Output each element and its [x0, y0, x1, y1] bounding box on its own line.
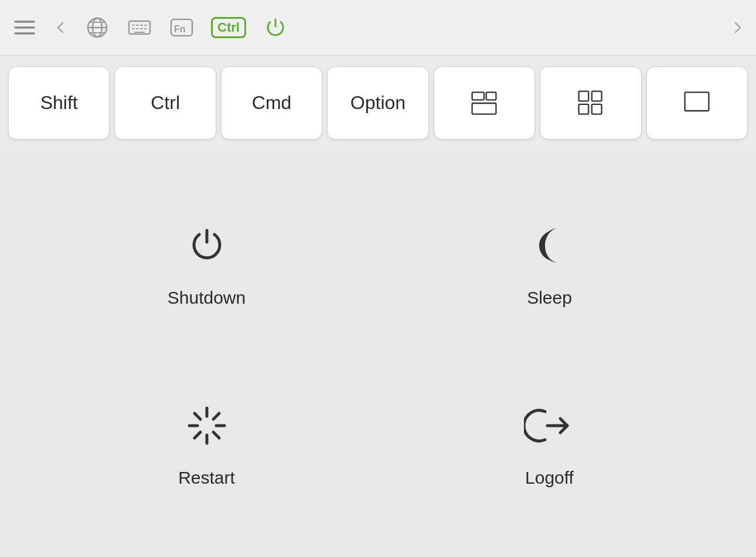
svg-line-32 [195, 413, 200, 419]
svg-rect-22 [486, 92, 496, 100]
shutdown-label: Shutdown [168, 288, 246, 308]
ctrl-label: Ctrl [211, 17, 246, 38]
sleep-button[interactable]: Sleep [378, 174, 721, 354]
globe-icon[interactable] [84, 15, 110, 40]
svg-rect-27 [685, 92, 709, 111]
svg-rect-25 [578, 104, 588, 114]
toolbar: Fn Ctrl [0, 0, 756, 56]
logoff-button[interactable]: Logoff [378, 354, 721, 534]
fn-icon[interactable]: Fn [169, 15, 195, 40]
option-key[interactable]: Option [327, 66, 428, 140]
restart-icon [181, 400, 233, 454]
logoff-label: Logoff [525, 468, 574, 488]
shutdown-icon [181, 220, 233, 274]
menu-icon[interactable] [12, 15, 38, 40]
forward-icon[interactable] [730, 21, 744, 35]
app-windows-key[interactable] [540, 66, 641, 140]
svg-line-35 [195, 432, 200, 438]
svg-rect-21 [472, 103, 496, 114]
logoff-icon [524, 400, 575, 454]
action-grid: Shutdown Sleep [0, 150, 756, 557]
keyboard-icon[interactable] [127, 15, 152, 40]
svg-rect-23 [578, 91, 588, 101]
sleep-label: Sleep [527, 288, 572, 308]
svg-line-34 [213, 413, 219, 419]
back-icon[interactable] [54, 21, 68, 35]
ctrl-icon[interactable]: Ctrl [211, 17, 246, 38]
key-row: Shift Ctrl Cmd Option [0, 56, 756, 150]
power-icon[interactable] [263, 15, 288, 40]
restart-label: Restart [178, 468, 235, 488]
svg-text:Fn: Fn [174, 24, 186, 34]
sleep-icon [524, 220, 575, 274]
restart-button[interactable]: Restart [35, 354, 378, 534]
svg-rect-20 [472, 92, 484, 100]
shift-key[interactable]: Shift [8, 66, 110, 140]
desktop-key[interactable] [646, 66, 748, 140]
svg-rect-26 [592, 104, 602, 114]
ctrl-key[interactable]: Ctrl [114, 66, 216, 140]
cmd-key[interactable]: Cmd [221, 66, 322, 140]
svg-rect-24 [592, 91, 602, 101]
shutdown-button[interactable]: Shutdown [35, 174, 378, 354]
mission-control-key[interactable] [434, 66, 535, 140]
svg-line-33 [213, 432, 219, 438]
